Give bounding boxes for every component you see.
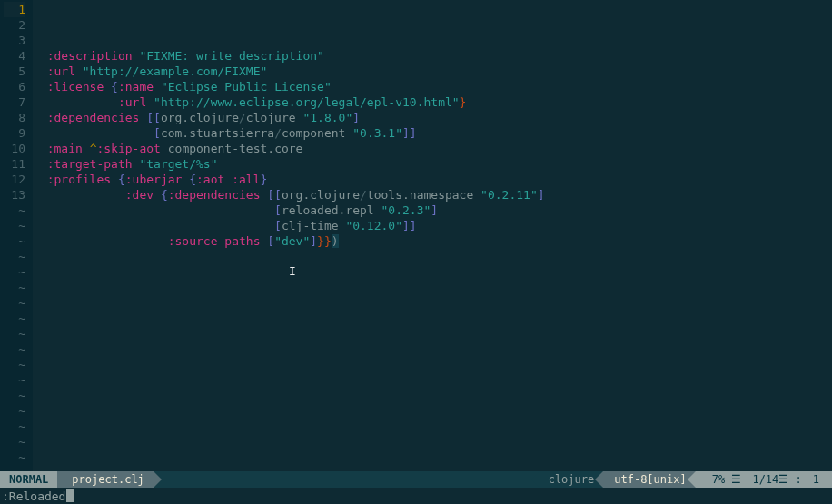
code-line[interactable]: [clj-time "0.12.0"]] bbox=[33, 218, 832, 233]
code-line[interactable]: :main ^:skip-aot component-test.core bbox=[33, 141, 832, 156]
token-keyword: :aot bbox=[196, 173, 224, 186]
empty-line-tilde: ~ bbox=[4, 357, 25, 372]
token-keyword: :license bbox=[47, 80, 104, 94]
code-line[interactable]: :url "http://example.com/FIXME" bbox=[33, 64, 832, 79]
code-line[interactable]: :profiles {:uberjar {:aot :all} bbox=[33, 172, 832, 187]
token-ident: com.stuartsierra bbox=[161, 126, 274, 140]
token-dim: / bbox=[274, 126, 282, 140]
token-bracket: [ bbox=[274, 219, 282, 232]
code-line[interactable]: :source-paths ["dev"]}}) bbox=[33, 233, 832, 249]
token-ident bbox=[33, 64, 47, 78]
line-number: 2 bbox=[4, 17, 25, 33]
token-bracket: ]] bbox=[402, 219, 417, 232]
token-keyword: :source-paths bbox=[168, 234, 261, 248]
token-string: "target/%s" bbox=[139, 157, 217, 171]
command-cursor-icon bbox=[66, 489, 74, 502]
token-ident bbox=[154, 188, 161, 202]
token-ident bbox=[154, 80, 161, 94]
token-bracket: [[ bbox=[267, 188, 282, 202]
token-ident bbox=[374, 203, 381, 217]
command-line[interactable]: :Reloaded bbox=[0, 488, 832, 504]
token-ident bbox=[146, 95, 154, 109]
token-bracket: { bbox=[161, 188, 168, 202]
code-line[interactable]: :description "FIXME: write description" bbox=[33, 48, 832, 64]
code-line[interactable]: :license {:name "Eclipse Public License" bbox=[33, 79, 832, 94]
token-ident bbox=[33, 219, 274, 232]
empty-line-tilde: ~ bbox=[4, 311, 25, 326]
token-highlight-paren: ) bbox=[332, 234, 339, 248]
token-string: "1.8.0" bbox=[302, 111, 352, 124]
token-bracket: [ bbox=[274, 203, 282, 217]
token-ident bbox=[83, 142, 90, 155]
token-bracket: [[ bbox=[146, 111, 161, 124]
token-dim: / bbox=[360, 188, 367, 202]
token-keyword: :dependencies bbox=[168, 188, 261, 202]
position-segment: 7% ☰ 1/14☰ : 1 bbox=[696, 471, 832, 488]
token-ident bbox=[473, 188, 480, 202]
code-line[interactable]: :url "http://www.eclipse.org/legal/epl-v… bbox=[33, 94, 832, 110]
token-ident bbox=[33, 80, 47, 94]
line-number: 3 bbox=[4, 33, 25, 48]
line-number: 11 bbox=[4, 156, 25, 172]
token-bracket: { bbox=[111, 80, 118, 94]
line-number: 8 bbox=[4, 110, 25, 125]
token-ident bbox=[104, 80, 111, 94]
code-line[interactable]: [reloaded.repl "0.2.3"] bbox=[33, 203, 832, 218]
code-line[interactable]: [com.stuartsierra/component "0.3.1"]] bbox=[33, 125, 832, 141]
token-keyword: :url bbox=[47, 64, 75, 78]
token-bracket: [ bbox=[267, 234, 274, 248]
empty-line-tilde: ~ bbox=[4, 264, 25, 280]
token-string: "0.12.0" bbox=[345, 219, 402, 232]
token-bracket: } bbox=[261, 173, 268, 186]
token-string: "0.2.3" bbox=[381, 203, 431, 217]
code-content[interactable]: I :description "FIXME: write description… bbox=[33, 0, 832, 471]
empty-line-tilde: ~ bbox=[4, 450, 25, 465]
token-bracket: [ bbox=[154, 126, 161, 140]
text-cursor-icon: I bbox=[289, 263, 296, 276]
token-bracket: { bbox=[118, 173, 125, 186]
line-number: 10 bbox=[4, 141, 25, 156]
line-number: 7 bbox=[4, 94, 25, 110]
token-keyword: :target-path bbox=[47, 157, 133, 171]
token-keyword: :url bbox=[118, 95, 146, 109]
token-string: "http://example.com/FIXME" bbox=[83, 64, 268, 78]
empty-line-tilde: ~ bbox=[4, 388, 25, 403]
status-bar: NORMAL project.clj clojure utf-8[unix] 7… bbox=[0, 471, 832, 488]
token-keyword: :name bbox=[118, 80, 154, 94]
token-keyword: :profiles bbox=[47, 173, 111, 186]
token-ident bbox=[33, 203, 274, 217]
empty-line-tilde: ~ bbox=[4, 218, 25, 233]
code-line[interactable]: :dev {:dependencies [[org.clojure/tools.… bbox=[33, 187, 832, 203]
token-ident bbox=[33, 95, 118, 109]
token-string: "Eclipse Public License" bbox=[161, 80, 332, 94]
line-number: 5 bbox=[4, 64, 25, 79]
empty-line-tilde: ~ bbox=[4, 233, 25, 249]
empty-line-tilde: ~ bbox=[4, 403, 25, 419]
code-line[interactable]: :target-path "target/%s" bbox=[33, 156, 832, 172]
line-number: 12 bbox=[4, 172, 25, 187]
token-ident: component bbox=[282, 126, 345, 140]
token-string: "0.3.1" bbox=[352, 126, 402, 140]
code-area[interactable]: 12345678910111213~~~~~~~~~~~~~~~~~ I :de… bbox=[0, 0, 832, 471]
code-line[interactable]: :dependencies [[org.clojure/clojure "1.8… bbox=[33, 110, 832, 125]
empty-line-tilde: ~ bbox=[4, 295, 25, 311]
token-ident: org.clojure bbox=[161, 111, 239, 124]
token-ident: component-test.core bbox=[161, 142, 303, 155]
token-ident: org.clojure bbox=[282, 188, 360, 202]
token-string: "http://www.eclipse.org/legal/epl-v10.ht… bbox=[154, 95, 460, 109]
line-number: 9 bbox=[4, 125, 25, 141]
token-ident bbox=[33, 111, 47, 124]
token-string: "0.2.11" bbox=[480, 188, 538, 202]
line-info: 1/14☰ : bbox=[747, 473, 807, 486]
token-ident bbox=[33, 188, 125, 202]
token-ident bbox=[224, 173, 232, 186]
token-bracket: ] bbox=[310, 234, 317, 248]
token-ident bbox=[33, 173, 47, 186]
token-bracket2: }} bbox=[317, 234, 332, 248]
token-keyword: :uberjar bbox=[125, 173, 183, 186]
token-ident bbox=[33, 157, 47, 171]
line-number: 4 bbox=[4, 48, 25, 64]
token-keyword: :dependencies bbox=[47, 111, 140, 124]
line-number-gutter: 12345678910111213~~~~~~~~~~~~~~~~~ bbox=[0, 0, 33, 471]
filetype-segment: clojure bbox=[540, 471, 604, 488]
